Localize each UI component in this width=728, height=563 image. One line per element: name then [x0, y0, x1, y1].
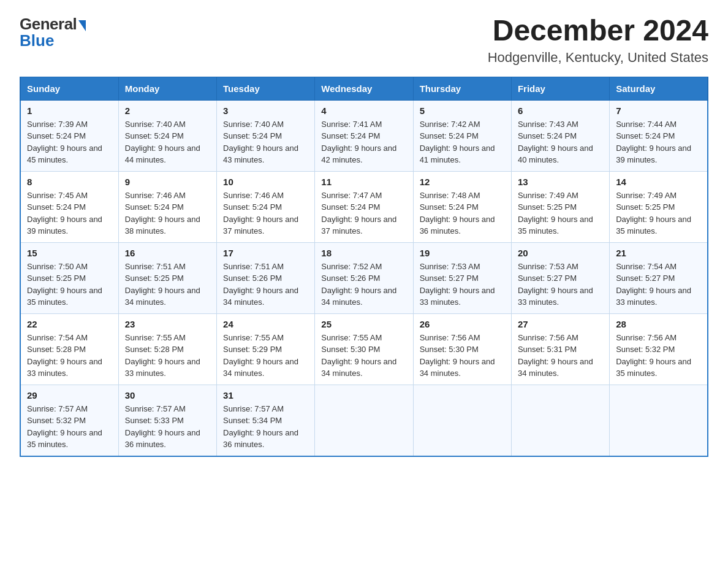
- calendar-cell: 27 Sunrise: 7:56 AMSunset: 5:31 PMDaylig…: [511, 313, 609, 385]
- day-number: 6: [518, 105, 603, 116]
- day-info: Sunrise: 7:56 AMSunset: 5:32 PMDaylight:…: [616, 333, 691, 378]
- week-row-4: 22 Sunrise: 7:54 AMSunset: 5:28 PMDaylig…: [20, 313, 708, 385]
- day-info: Sunrise: 7:41 AMSunset: 5:24 PMDaylight:…: [321, 120, 396, 165]
- page-header: General Blue December 2024 Hodgenville, …: [20, 15, 708, 66]
- calendar-cell: 7 Sunrise: 7:44 AMSunset: 5:24 PMDayligh…: [610, 100, 708, 171]
- calendar-cell: 20 Sunrise: 7:53 AMSunset: 5:27 PMDaylig…: [511, 242, 609, 313]
- day-number: 28: [616, 319, 701, 329]
- calendar-cell: 9 Sunrise: 7:46 AMSunset: 5:24 PMDayligh…: [118, 171, 216, 242]
- week-row-1: 1 Sunrise: 7:39 AMSunset: 5:24 PMDayligh…: [20, 100, 708, 171]
- day-info: Sunrise: 7:51 AMSunset: 5:26 PMDaylight:…: [223, 262, 298, 307]
- day-number: 12: [420, 177, 505, 187]
- calendar-cell: 17 Sunrise: 7:51 AMSunset: 5:26 PMDaylig…: [217, 242, 315, 313]
- logo: General Blue: [20, 15, 86, 50]
- day-info: Sunrise: 7:39 AMSunset: 5:24 PMDaylight:…: [27, 120, 102, 165]
- day-number: 21: [616, 248, 701, 258]
- day-number: 5: [420, 105, 505, 116]
- calendar-cell: 12 Sunrise: 7:48 AMSunset: 5:24 PMDaylig…: [413, 171, 511, 242]
- calendar-cell: 24 Sunrise: 7:55 AMSunset: 5:29 PMDaylig…: [217, 313, 315, 385]
- day-info: Sunrise: 7:55 AMSunset: 5:30 PMDaylight:…: [321, 333, 396, 378]
- calendar-cell: 1 Sunrise: 7:39 AMSunset: 5:24 PMDayligh…: [20, 100, 118, 171]
- day-info: Sunrise: 7:57 AMSunset: 5:32 PMDaylight:…: [27, 404, 102, 450]
- calendar-cell: 13 Sunrise: 7:49 AMSunset: 5:25 PMDaylig…: [511, 171, 609, 242]
- weekday-header-wednesday: Wednesday: [315, 77, 413, 100]
- weekday-header-sunday: Sunday: [20, 77, 118, 100]
- calendar-cell: [511, 385, 609, 456]
- day-info: Sunrise: 7:45 AMSunset: 5:24 PMDaylight:…: [27, 191, 102, 236]
- day-info: Sunrise: 7:43 AMSunset: 5:24 PMDaylight:…: [518, 120, 593, 165]
- day-info: Sunrise: 7:54 AMSunset: 5:27 PMDaylight:…: [616, 262, 691, 307]
- day-info: Sunrise: 7:44 AMSunset: 5:24 PMDaylight:…: [616, 120, 691, 165]
- day-number: 24: [223, 319, 308, 329]
- calendar-cell: 19 Sunrise: 7:53 AMSunset: 5:27 PMDaylig…: [413, 242, 511, 313]
- calendar-cell: 15 Sunrise: 7:50 AMSunset: 5:25 PMDaylig…: [20, 242, 118, 313]
- day-number: 3: [223, 105, 308, 116]
- day-info: Sunrise: 7:56 AMSunset: 5:31 PMDaylight:…: [518, 333, 593, 378]
- calendar-cell: 8 Sunrise: 7:45 AMSunset: 5:24 PMDayligh…: [20, 171, 118, 242]
- week-row-5: 29 Sunrise: 7:57 AMSunset: 5:32 PMDaylig…: [20, 385, 708, 456]
- logo-blue-text: Blue: [20, 31, 54, 50]
- weekday-header-friday: Friday: [511, 77, 609, 100]
- day-number: 2: [125, 105, 210, 116]
- day-info: Sunrise: 7:56 AMSunset: 5:30 PMDaylight:…: [420, 333, 495, 378]
- day-number: 17: [223, 248, 308, 258]
- calendar-cell: 4 Sunrise: 7:41 AMSunset: 5:24 PMDayligh…: [315, 100, 413, 171]
- day-info: Sunrise: 7:49 AMSunset: 5:25 PMDaylight:…: [518, 191, 593, 236]
- day-info: Sunrise: 7:51 AMSunset: 5:25 PMDaylight:…: [125, 262, 200, 307]
- day-info: Sunrise: 7:40 AMSunset: 5:24 PMDaylight:…: [223, 120, 298, 165]
- calendar-cell: 16 Sunrise: 7:51 AMSunset: 5:25 PMDaylig…: [118, 242, 216, 313]
- day-number: 1: [27, 105, 112, 116]
- day-number: 22: [27, 319, 112, 329]
- day-number: 26: [420, 319, 505, 329]
- day-info: Sunrise: 7:53 AMSunset: 5:27 PMDaylight:…: [420, 262, 495, 307]
- day-number: 16: [125, 248, 210, 258]
- calendar-cell: [315, 385, 413, 456]
- day-number: 29: [27, 390, 112, 400]
- day-info: Sunrise: 7:49 AMSunset: 5:25 PMDaylight:…: [616, 191, 691, 236]
- day-number: 14: [616, 177, 701, 187]
- day-number: 27: [518, 319, 603, 329]
- calendar-cell: 14 Sunrise: 7:49 AMSunset: 5:25 PMDaylig…: [610, 171, 708, 242]
- calendar-subtitle: Hodgenville, Kentucky, United States: [488, 50, 708, 66]
- day-number: 18: [321, 248, 406, 258]
- calendar-cell: 18 Sunrise: 7:52 AMSunset: 5:26 PMDaylig…: [315, 242, 413, 313]
- day-info: Sunrise: 7:57 AMSunset: 5:34 PMDaylight:…: [223, 404, 298, 450]
- calendar-cell: 29 Sunrise: 7:57 AMSunset: 5:32 PMDaylig…: [20, 385, 118, 456]
- calendar-cell: 11 Sunrise: 7:47 AMSunset: 5:24 PMDaylig…: [315, 171, 413, 242]
- weekday-header-row: SundayMondayTuesdayWednesdayThursdayFrid…: [20, 77, 708, 100]
- weekday-header-thursday: Thursday: [413, 77, 511, 100]
- week-row-3: 15 Sunrise: 7:50 AMSunset: 5:25 PMDaylig…: [20, 242, 708, 313]
- day-info: Sunrise: 7:53 AMSunset: 5:27 PMDaylight:…: [518, 262, 593, 307]
- calendar-cell: 6 Sunrise: 7:43 AMSunset: 5:24 PMDayligh…: [511, 100, 609, 171]
- calendar-cell: 28 Sunrise: 7:56 AMSunset: 5:32 PMDaylig…: [610, 313, 708, 385]
- day-number: 11: [321, 177, 406, 187]
- weekday-header-tuesday: Tuesday: [217, 77, 315, 100]
- logo-arrow-icon: [78, 20, 86, 31]
- day-number: 13: [518, 177, 603, 187]
- day-info: Sunrise: 7:46 AMSunset: 5:24 PMDaylight:…: [223, 191, 298, 236]
- calendar-cell: [610, 385, 708, 456]
- calendar-cell: 31 Sunrise: 7:57 AMSunset: 5:34 PMDaylig…: [217, 385, 315, 456]
- weekday-header-saturday: Saturday: [610, 77, 708, 100]
- day-number: 30: [125, 390, 210, 400]
- calendar-cell: 5 Sunrise: 7:42 AMSunset: 5:24 PMDayligh…: [413, 100, 511, 171]
- day-info: Sunrise: 7:46 AMSunset: 5:24 PMDaylight:…: [125, 191, 200, 236]
- weekday-header-monday: Monday: [118, 77, 216, 100]
- day-info: Sunrise: 7:40 AMSunset: 5:24 PMDaylight:…: [125, 120, 200, 165]
- day-number: 8: [27, 177, 112, 187]
- day-info: Sunrise: 7:48 AMSunset: 5:24 PMDaylight:…: [420, 191, 495, 236]
- day-info: Sunrise: 7:50 AMSunset: 5:25 PMDaylight:…: [27, 262, 102, 307]
- calendar-cell: 22 Sunrise: 7:54 AMSunset: 5:28 PMDaylig…: [20, 313, 118, 385]
- calendar-cell: [413, 385, 511, 456]
- day-number: 20: [518, 248, 603, 258]
- day-number: 31: [223, 390, 308, 400]
- day-number: 9: [125, 177, 210, 187]
- day-info: Sunrise: 7:47 AMSunset: 5:24 PMDaylight:…: [321, 191, 396, 236]
- calendar-cell: 2 Sunrise: 7:40 AMSunset: 5:24 PMDayligh…: [118, 100, 216, 171]
- day-number: 15: [27, 248, 112, 258]
- day-info: Sunrise: 7:55 AMSunset: 5:29 PMDaylight:…: [223, 333, 298, 378]
- day-number: 7: [616, 105, 701, 116]
- calendar-cell: 10 Sunrise: 7:46 AMSunset: 5:24 PMDaylig…: [217, 171, 315, 242]
- calendar-cell: 3 Sunrise: 7:40 AMSunset: 5:24 PMDayligh…: [217, 100, 315, 171]
- day-number: 4: [321, 105, 406, 116]
